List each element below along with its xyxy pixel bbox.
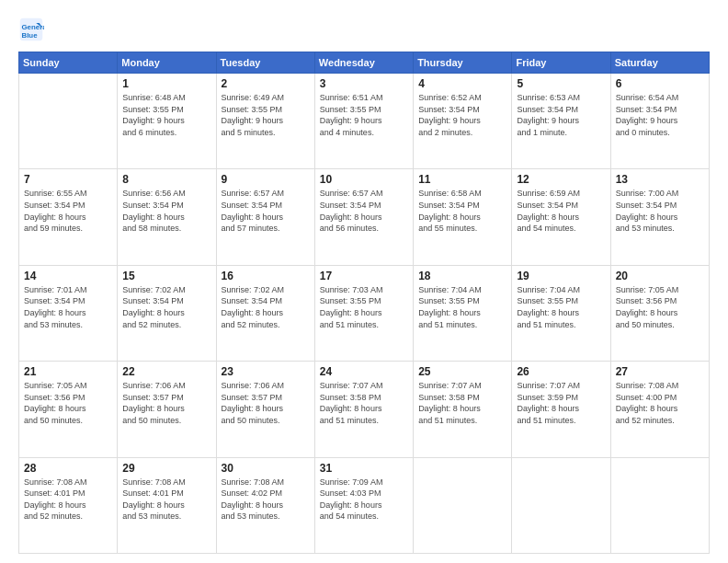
day-info: Sunrise: 6:55 AM Sunset: 3:54 PM Dayligh… <box>24 188 112 234</box>
day-cell: 14Sunrise: 7:01 AM Sunset: 3:54 PM Dayli… <box>19 265 118 361</box>
day-number: 21 <box>24 365 112 378</box>
weekday-header-thursday: Thursday <box>414 52 512 74</box>
day-cell: 18Sunrise: 7:04 AM Sunset: 3:55 PM Dayli… <box>414 265 512 361</box>
day-cell: 16Sunrise: 7:02 AM Sunset: 3:54 PM Dayli… <box>216 265 314 361</box>
week-row-3: 14Sunrise: 7:01 AM Sunset: 3:54 PM Dayli… <box>19 265 710 361</box>
weekday-header-friday: Friday <box>512 52 610 74</box>
day-number: 13 <box>616 173 704 186</box>
day-info: Sunrise: 7:08 AM Sunset: 4:01 PM Dayligh… <box>24 477 112 523</box>
day-cell: 30Sunrise: 7:08 AM Sunset: 4:02 PM Dayli… <box>216 457 314 553</box>
day-info: Sunrise: 6:57 AM Sunset: 3:54 PM Dayligh… <box>320 188 408 234</box>
calendar: SundayMondayTuesdayWednesdayThursdayFrid… <box>18 52 710 554</box>
day-number: 25 <box>418 365 506 378</box>
day-number: 7 <box>24 173 112 186</box>
header: General Blue <box>18 17 710 42</box>
logo: General Blue <box>18 17 48 42</box>
weekday-header-wednesday: Wednesday <box>314 52 413 74</box>
day-cell: 4Sunrise: 6:52 AM Sunset: 3:54 PM Daylig… <box>414 74 512 169</box>
weekday-header-sunday: Sunday <box>19 52 118 74</box>
weekday-header-row: SundayMondayTuesdayWednesdayThursdayFrid… <box>19 52 710 74</box>
svg-text:General: General <box>22 23 45 31</box>
day-info: Sunrise: 6:54 AM Sunset: 3:54 PM Dayligh… <box>616 92 704 138</box>
day-number: 16 <box>222 270 310 282</box>
day-number: 28 <box>24 462 112 475</box>
day-info: Sunrise: 7:06 AM Sunset: 3:57 PM Dayligh… <box>122 380 210 426</box>
day-cell: 26Sunrise: 7:07 AM Sunset: 3:59 PM Dayli… <box>512 362 610 457</box>
day-number: 18 <box>418 270 506 282</box>
day-cell: 2Sunrise: 6:49 AM Sunset: 3:55 PM Daylig… <box>216 74 314 169</box>
day-number: 3 <box>320 77 408 90</box>
day-info: Sunrise: 7:07 AM Sunset: 3:58 PM Dayligh… <box>320 380 408 426</box>
day-cell <box>414 457 512 553</box>
day-number: 29 <box>122 462 210 475</box>
day-number: 8 <box>122 173 210 186</box>
day-number: 24 <box>320 365 408 378</box>
day-info: Sunrise: 7:07 AM Sunset: 3:59 PM Dayligh… <box>517 380 605 426</box>
day-info: Sunrise: 6:52 AM Sunset: 3:54 PM Dayligh… <box>418 92 506 138</box>
day-cell: 7Sunrise: 6:55 AM Sunset: 3:54 PM Daylig… <box>19 169 118 265</box>
day-cell: 31Sunrise: 7:09 AM Sunset: 4:03 PM Dayli… <box>314 457 413 553</box>
day-info: Sunrise: 7:02 AM Sunset: 3:54 PM Dayligh… <box>222 284 310 330</box>
day-info: Sunrise: 6:48 AM Sunset: 3:55 PM Dayligh… <box>122 92 210 138</box>
day-cell: 28Sunrise: 7:08 AM Sunset: 4:01 PM Dayli… <box>19 457 118 553</box>
week-row-2: 7Sunrise: 6:55 AM Sunset: 3:54 PM Daylig… <box>19 169 710 265</box>
day-cell <box>19 74 118 169</box>
day-number: 22 <box>122 365 210 378</box>
day-cell <box>512 457 610 553</box>
day-info: Sunrise: 7:05 AM Sunset: 3:56 PM Dayligh… <box>616 284 704 330</box>
day-cell <box>610 457 709 553</box>
day-number: 12 <box>517 173 605 186</box>
day-info: Sunrise: 7:04 AM Sunset: 3:55 PM Dayligh… <box>517 284 605 330</box>
day-cell: 6Sunrise: 6:54 AM Sunset: 3:54 PM Daylig… <box>610 74 709 169</box>
day-cell: 19Sunrise: 7:04 AM Sunset: 3:55 PM Dayli… <box>512 265 610 361</box>
day-cell: 15Sunrise: 7:02 AM Sunset: 3:54 PM Dayli… <box>118 265 216 361</box>
weekday-header-saturday: Saturday <box>610 52 709 74</box>
day-number: 9 <box>222 173 310 186</box>
day-info: Sunrise: 6:57 AM Sunset: 3:54 PM Dayligh… <box>222 188 310 234</box>
day-cell: 5Sunrise: 6:53 AM Sunset: 3:54 PM Daylig… <box>512 74 610 169</box>
day-cell: 25Sunrise: 7:07 AM Sunset: 3:58 PM Dayli… <box>414 362 512 457</box>
day-cell: 1Sunrise: 6:48 AM Sunset: 3:55 PM Daylig… <box>118 74 216 169</box>
weekday-header-tuesday: Tuesday <box>216 52 314 74</box>
day-number: 10 <box>320 173 408 186</box>
day-cell: 10Sunrise: 6:57 AM Sunset: 3:54 PM Dayli… <box>314 169 413 265</box>
day-cell: 23Sunrise: 7:06 AM Sunset: 3:57 PM Dayli… <box>216 362 314 457</box>
day-number: 4 <box>418 77 506 90</box>
day-info: Sunrise: 7:00 AM Sunset: 3:54 PM Dayligh… <box>616 188 704 234</box>
day-number: 6 <box>616 77 704 90</box>
day-cell: 21Sunrise: 7:05 AM Sunset: 3:56 PM Dayli… <box>19 362 118 457</box>
day-cell: 20Sunrise: 7:05 AM Sunset: 3:56 PM Dayli… <box>610 265 709 361</box>
day-number: 27 <box>616 365 704 378</box>
day-info: Sunrise: 6:56 AM Sunset: 3:54 PM Dayligh… <box>122 188 210 234</box>
day-info: Sunrise: 7:08 AM Sunset: 4:02 PM Dayligh… <box>222 477 310 523</box>
day-info: Sunrise: 6:58 AM Sunset: 3:54 PM Dayligh… <box>418 188 506 234</box>
day-info: Sunrise: 7:03 AM Sunset: 3:55 PM Dayligh… <box>320 284 408 330</box>
day-info: Sunrise: 7:01 AM Sunset: 3:54 PM Dayligh… <box>24 284 112 330</box>
day-cell: 22Sunrise: 7:06 AM Sunset: 3:57 PM Dayli… <box>118 362 216 457</box>
week-row-1: 1Sunrise: 6:48 AM Sunset: 3:55 PM Daylig… <box>19 74 710 169</box>
day-info: Sunrise: 7:02 AM Sunset: 3:54 PM Dayligh… <box>122 284 210 330</box>
day-info: Sunrise: 7:08 AM Sunset: 4:00 PM Dayligh… <box>616 380 704 426</box>
day-number: 5 <box>517 77 605 90</box>
day-cell: 3Sunrise: 6:51 AM Sunset: 3:55 PM Daylig… <box>314 74 413 169</box>
day-number: 1 <box>122 77 210 90</box>
logo-icon: General Blue <box>18 17 44 42</box>
day-number: 15 <box>122 270 210 282</box>
day-info: Sunrise: 7:04 AM Sunset: 3:55 PM Dayligh… <box>418 284 506 330</box>
svg-text:Blue: Blue <box>22 31 39 40</box>
day-cell: 24Sunrise: 7:07 AM Sunset: 3:58 PM Dayli… <box>314 362 413 457</box>
week-row-5: 28Sunrise: 7:08 AM Sunset: 4:01 PM Dayli… <box>19 457 710 553</box>
day-info: Sunrise: 7:05 AM Sunset: 3:56 PM Dayligh… <box>24 380 112 426</box>
day-number: 17 <box>320 270 408 282</box>
day-cell: 17Sunrise: 7:03 AM Sunset: 3:55 PM Dayli… <box>314 265 413 361</box>
day-cell: 12Sunrise: 6:59 AM Sunset: 3:54 PM Dayli… <box>512 169 610 265</box>
day-number: 26 <box>517 365 605 378</box>
day-info: Sunrise: 6:51 AM Sunset: 3:55 PM Dayligh… <box>320 92 408 138</box>
day-info: Sunrise: 7:07 AM Sunset: 3:58 PM Dayligh… <box>418 380 506 426</box>
day-number: 14 <box>24 270 112 282</box>
day-cell: 29Sunrise: 7:08 AM Sunset: 4:01 PM Dayli… <box>118 457 216 553</box>
day-cell: 11Sunrise: 6:58 AM Sunset: 3:54 PM Dayli… <box>414 169 512 265</box>
week-row-4: 21Sunrise: 7:05 AM Sunset: 3:56 PM Dayli… <box>19 362 710 457</box>
day-number: 20 <box>616 270 704 282</box>
weekday-header-monday: Monday <box>118 52 216 74</box>
